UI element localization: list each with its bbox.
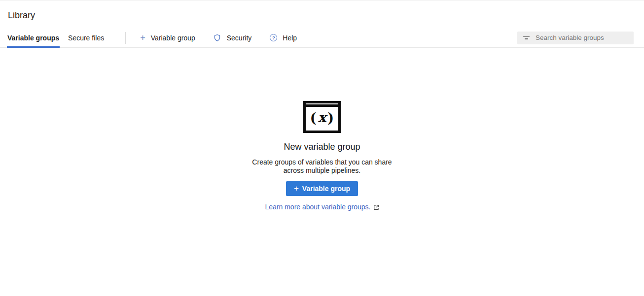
tab-variable-groups-label: Variable groups (7, 34, 59, 42)
plus-icon: + (294, 184, 299, 193)
page-title: Library (8, 10, 636, 21)
empty-state-description: Create groups of variables that you can … (252, 158, 392, 175)
new-variable-group-command[interactable]: + Variable group (140, 33, 195, 42)
empty-state-description-line1: Create groups of variables that you can … (252, 158, 392, 166)
variable-group-icon: (x) (303, 101, 341, 133)
page-header: Library (0, 0, 644, 21)
library-page: Library Variable groups Secure files + V… (0, 0, 644, 296)
variable-group-icon-titlebar (306, 103, 338, 107)
plus-icon: + (140, 33, 145, 42)
help-icon: ? (270, 34, 277, 41)
empty-state: (x) New variable group Create groups of … (0, 48, 644, 211)
learn-more-row: Learn more about variable groups. (265, 203, 379, 211)
variable-group-icon-glyph: (x) (306, 107, 338, 131)
new-variable-group-command-label: Variable group (151, 34, 195, 42)
toolbar-separator (125, 32, 126, 44)
security-command-label: Security (227, 34, 252, 42)
search-box[interactable] (517, 32, 634, 44)
tab-secure-files[interactable]: Secure files (68, 28, 104, 47)
command-group: + Variable group Security ? Help (140, 33, 297, 42)
security-command[interactable]: Security (214, 34, 252, 42)
tab-secure-files-label: Secure files (68, 34, 104, 42)
tab-variable-groups[interactable]: Variable groups (7, 28, 59, 47)
learn-more-link[interactable]: Learn more about variable groups. (265, 203, 370, 211)
help-command[interactable]: ? Help (270, 34, 297, 42)
empty-state-title: New variable group (284, 142, 360, 152)
empty-state-description-line2: across multiple pipelines. (252, 166, 392, 175)
tab-list: Variable groups Secure files (7, 28, 113, 47)
variable-group-button[interactable]: + Variable group (286, 181, 358, 196)
shield-icon (214, 34, 221, 42)
filter-icon (523, 36, 530, 39)
tab-command-bar: Variable groups Secure files + Variable … (0, 28, 644, 48)
external-link-icon (373, 204, 379, 210)
search-input[interactable] (536, 34, 630, 41)
help-command-label: Help (283, 34, 297, 42)
variable-group-button-label: Variable group (302, 185, 350, 193)
